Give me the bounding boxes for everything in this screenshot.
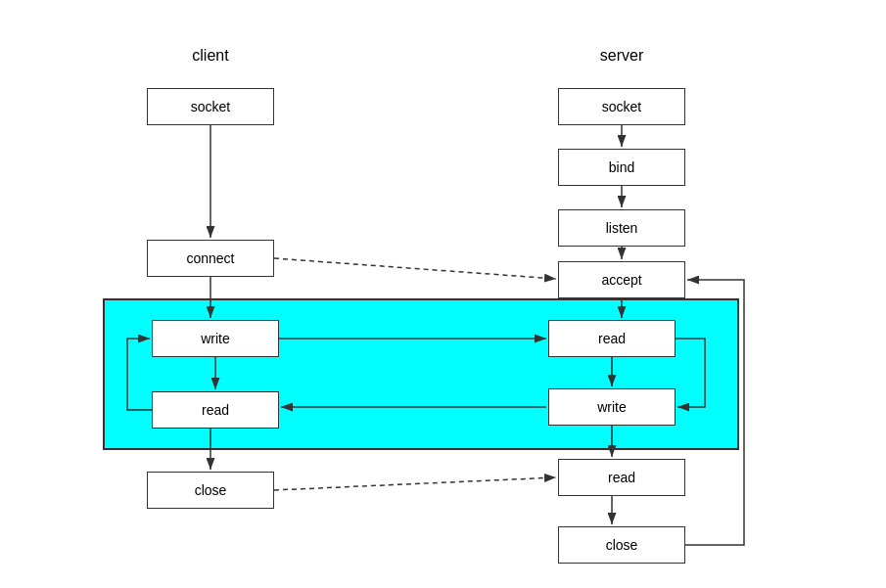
server-socket-box: socket (558, 88, 685, 125)
arrows-svg (0, 0, 886, 588)
svg-line-8 (274, 258, 556, 279)
server-read2-box: read (558, 459, 685, 496)
client-socket-box: socket (147, 88, 274, 125)
server-label: server (558, 47, 685, 65)
client-label: client (147, 47, 274, 65)
server-bind-box: bind (558, 149, 685, 186)
client-close-box: close (147, 472, 274, 509)
svg-line-16 (274, 477, 556, 490)
client-read-box: read (152, 391, 279, 429)
server-listen-box: listen (558, 209, 685, 247)
server-read-box: read (548, 320, 676, 357)
client-connect-box: connect (147, 240, 274, 277)
server-accept-box: accept (558, 261, 685, 298)
server-write-box: write (548, 388, 676, 426)
diagram: client server socket connect write read … (0, 0, 886, 588)
client-write-box: write (152, 320, 279, 357)
server-close-box: close (558, 526, 685, 564)
